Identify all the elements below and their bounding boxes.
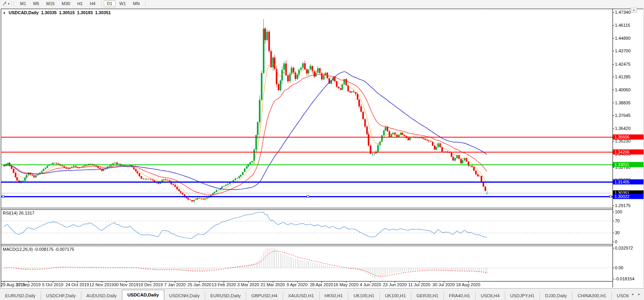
timeframe-button-H4[interactable]: H4 (86, 0, 98, 7)
toolbar-separator (101, 1, 101, 6)
macd-axis-tick: 0.00 (615, 265, 623, 270)
macd-label: MACD(12,26,9) -0.008175 -0.007175 (3, 247, 74, 252)
tab-USOil-H1[interactable]: USOil,H1 (612, 292, 629, 300)
price-axis-tick: 1.42475 (615, 62, 631, 67)
time-axis-label: 4 Jun 2020 (360, 282, 381, 287)
terminal-window: ▾ M1M5M15M30H1H4D1W1MN ▼ USDCAD,Daily 1.… (0, 0, 644, 300)
close-value: 1.30351 (95, 10, 111, 15)
tab-CHINA300-H1[interactable]: CHINA300,H1 (572, 292, 612, 300)
tab-EURUSD-Daily[interactable]: EURUSD,Daily (205, 292, 246, 300)
tab-DJ30-Daily[interactable]: DJ30,Daily (540, 292, 572, 300)
rsi-label: RSI(14) 26.1317 (3, 211, 35, 215)
scroll-up-button[interactable]: ▴ (631, 7, 637, 13)
price-axis-tick: 1.44890 (615, 36, 631, 41)
timeframe-button-MN[interactable]: MN (130, 0, 143, 7)
time-axis-label: 11 Jul 2020 (408, 282, 430, 287)
rsi-axis-tick: 100 (615, 209, 622, 214)
tab-USDCHF-Daily[interactable]: USDCHF,Daily (41, 292, 81, 300)
symbol-tab-bar: EURUSD,DailyUSDCHF,DailyAUDUSD,DailyUSDC… (0, 288, 644, 300)
price-axis-tick: 1.38835 (615, 100, 631, 105)
timeframe-button-D1[interactable]: D1 (104, 0, 116, 7)
timeframe-toolbar: ▾ M1M5M15M30H1H4D1W1MN (0, 0, 644, 7)
tab-EURUSD-Daily[interactable]: EURUSD,Daily (0, 292, 41, 300)
collapse-icon[interactable]: ▼ (3, 11, 6, 15)
time-axis-label: 5 Oct 2019 (42, 282, 63, 287)
timeframe-button-M30[interactable]: M30 (59, 0, 73, 7)
tab-GBPUSD-H4[interactable]: GBPUSD,H4 (246, 292, 283, 300)
tab-USOil-H4[interactable]: USOil,H4 (476, 292, 505, 300)
time-axis-label: 17 Sep 2019 (16, 282, 40, 287)
tab-UK100-H1[interactable]: UK100,H1 (348, 292, 380, 300)
tab-XAUUSD-H1[interactable]: XAUUSD,H1 (283, 292, 320, 300)
timeframe-button-W1[interactable]: W1 (116, 0, 129, 7)
tab-scroll-left-icon[interactable]: ◂ (629, 291, 636, 298)
open-value: 1.30335 (41, 10, 57, 15)
panel-splitter-rsi[interactable] (0, 207, 644, 209)
timeframe-buttons: M1M5M15M30H1H4D1W1MN (17, 0, 147, 7)
timeframe-button-H1[interactable]: H1 (74, 0, 86, 7)
price-badge-1.35606: 1.35606 (613, 135, 644, 140)
price-axis-tick: 1.47340 (615, 10, 631, 15)
chart-title: ▼ USDCAD,Daily 1.30335 1.30515 1.30193 1… (3, 10, 112, 15)
tab-AUDUSD-Daily[interactable]: AUDUSD,Daily (81, 292, 122, 300)
time-axis-label: 30 Jul 2020 (432, 282, 455, 287)
toolbar-grip[interactable] (11, 1, 14, 6)
high-value: 1.30515 (59, 10, 75, 15)
time-axis-label: 13 Feb 2020 (212, 282, 236, 287)
macd-axis-tick: -0.018154 (615, 276, 635, 281)
price-axis-tick: 1.41285 (615, 74, 631, 79)
tab-scroll-right-icon[interactable]: ▸ (636, 291, 642, 298)
price-badge-1.30022: 1.30022 (613, 194, 644, 199)
tab-USDCNH-Daily[interactable]: USDCNH,Daily (164, 292, 205, 300)
price-axis-tick: 1.36420 (615, 126, 631, 131)
time-axis-label: 9 Apr 2020 (287, 282, 307, 287)
tab-UK100-H1[interactable]: UK100,H1 (380, 292, 411, 300)
tool-dropdown-icon[interactable]: ▾ (8, 2, 9, 6)
time-axis-label: 28 Apr 2020 (310, 282, 333, 287)
tab-USDJPY-H1[interactable]: USDJPY,H1 (505, 292, 540, 300)
time-axis-label: 23 Jun 2020 (383, 282, 407, 287)
rsi-axis-tick: 30 (615, 230, 620, 235)
annotation-tool-icon[interactable] (2, 1, 8, 6)
time-axis-label: 3 Mar 2020 (237, 282, 259, 287)
price-axis-tick: 1.37645 (615, 113, 631, 118)
tab-HK50-H1[interactable]: HK50,H1 (320, 292, 349, 300)
toolbar-separator (145, 1, 145, 6)
time-axis-label: 30 Nov 2019 (114, 282, 138, 287)
timeframe-button-M15[interactable]: M15 (43, 0, 58, 7)
tab-scroll-controls: ◂ ▸ (629, 289, 644, 300)
timeframe-button-M1[interactable]: M1 (17, 0, 29, 7)
macd-axis-tick: 0.032972 (615, 246, 633, 250)
time-axis-label: 25 Jan 2020 (188, 282, 212, 287)
low-value: 1.30193 (77, 10, 93, 15)
price-badge-1.31405: 1.31405 (613, 179, 644, 184)
time-axis-label: 24 Oct 2019 (65, 282, 89, 287)
price-axis-tick: 1.43700 (615, 48, 631, 53)
time-axis-label: 21 Mar 2020 (261, 282, 285, 287)
time-axis-label: 7 Jan 2020 (164, 282, 186, 287)
rsi-axis-tick: 70 (615, 219, 620, 223)
time-axis-label: 12 Nov 2019 (89, 282, 114, 287)
time-axis-label: 16 May 2020 (333, 282, 359, 287)
time-axis-label: 19 Dec 2019 (138, 282, 163, 287)
price-axis-tick: 1.40060 (615, 87, 631, 92)
tab-FRA40-H1[interactable]: FRA40,H1 (444, 292, 476, 300)
timeframe-button-M5[interactable]: M5 (30, 0, 42, 7)
tab-USDCAD-Daily[interactable]: USDCAD,Daily (122, 290, 164, 300)
tab-GER30-H1[interactable]: GER30,H1 (411, 292, 444, 300)
price-badge-1.33011: 1.33011 (613, 162, 644, 167)
symbol-period-label: USDCAD,Daily (9, 10, 39, 15)
price-axis-tick: 1.46115 (615, 23, 630, 28)
panel-splitter-macd[interactable] (0, 244, 644, 246)
time-axis-label: 18 Aug 2020 (456, 282, 480, 287)
price-badge-1.34206: 1.34206 (613, 150, 644, 155)
